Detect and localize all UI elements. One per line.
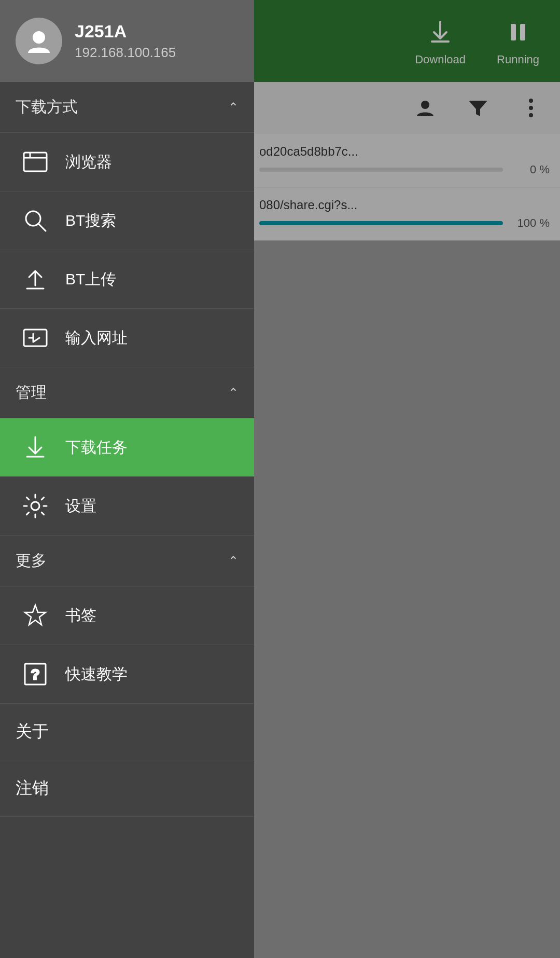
avatar <box>16 18 62 64</box>
bt-search-label: BT搜索 <box>65 210 116 231</box>
svg-text:?: ? <box>31 666 39 682</box>
drawer-header: J251A 192.168.100.165 <box>0 0 254 82</box>
sidebar-item-download-task[interactable]: 下载任务 <box>0 418 254 477</box>
more-label: 更多 <box>16 550 47 571</box>
svg-line-13 <box>38 224 46 231</box>
sidebar-item-input-url[interactable]: 输入网址 <box>0 309 254 367</box>
bookmarks-label: 书签 <box>65 605 96 626</box>
sidebar-item-logout[interactable]: 注销 <box>0 760 254 817</box>
input-url-icon <box>21 323 50 352</box>
sidebar-item-about[interactable]: 关于 <box>0 704 254 760</box>
sidebar-item-tutorial[interactable]: ? 快速教学 <box>0 645 254 704</box>
svg-rect-15 <box>24 330 47 346</box>
sidebar-item-bt-search[interactable]: BT搜索 <box>0 191 254 250</box>
settings-label: 设置 <box>65 496 96 517</box>
about-label: 关于 <box>16 720 49 743</box>
bt-upload-label: BT上传 <box>65 269 116 290</box>
browser-label: 浏览器 <box>65 152 112 173</box>
more-chevron: ⌃ <box>228 554 239 568</box>
management-label: 管理 <box>16 382 47 403</box>
side-drawer: J251A 192.168.100.165 下载方式 ⌃ 浏览器 BT搜索 <box>0 0 254 958</box>
download-task-icon <box>21 433 50 462</box>
svg-marker-18 <box>25 605 46 625</box>
svg-rect-9 <box>24 153 47 171</box>
sidebar-item-settings[interactable]: 设置 <box>0 477 254 536</box>
browser-icon <box>21 147 50 176</box>
sidebar-item-browser[interactable]: 浏览器 <box>0 133 254 191</box>
download-method-chevron: ⌃ <box>228 100 239 115</box>
download-task-label: 下载任务 <box>65 437 128 458</box>
sidebar-item-bookmarks[interactable]: 书签 <box>0 586 254 645</box>
download-method-section-header[interactable]: 下载方式 ⌃ <box>0 82 254 133</box>
user-ip: 192.168.100.165 <box>75 45 176 61</box>
more-section-header[interactable]: 更多 ⌃ <box>0 536 254 586</box>
management-section-header[interactable]: 管理 ⌃ <box>0 367 254 418</box>
download-method-label: 下载方式 <box>16 97 78 118</box>
tutorial-label: 快速教学 <box>65 664 128 685</box>
management-chevron: ⌃ <box>228 386 239 400</box>
input-url-label: 输入网址 <box>65 327 128 349</box>
svg-point-8 <box>33 31 45 44</box>
logout-label: 注销 <box>16 777 49 800</box>
user-name: J251A <box>75 21 176 42</box>
help-icon: ? <box>21 660 50 689</box>
upload-icon <box>21 265 50 294</box>
star-icon <box>21 601 50 630</box>
svg-point-17 <box>31 502 39 510</box>
sidebar-item-bt-upload[interactable]: BT上传 <box>0 250 254 309</box>
settings-icon <box>21 491 50 521</box>
user-info: J251A 192.168.100.165 <box>75 21 176 61</box>
search-icon <box>21 206 50 235</box>
